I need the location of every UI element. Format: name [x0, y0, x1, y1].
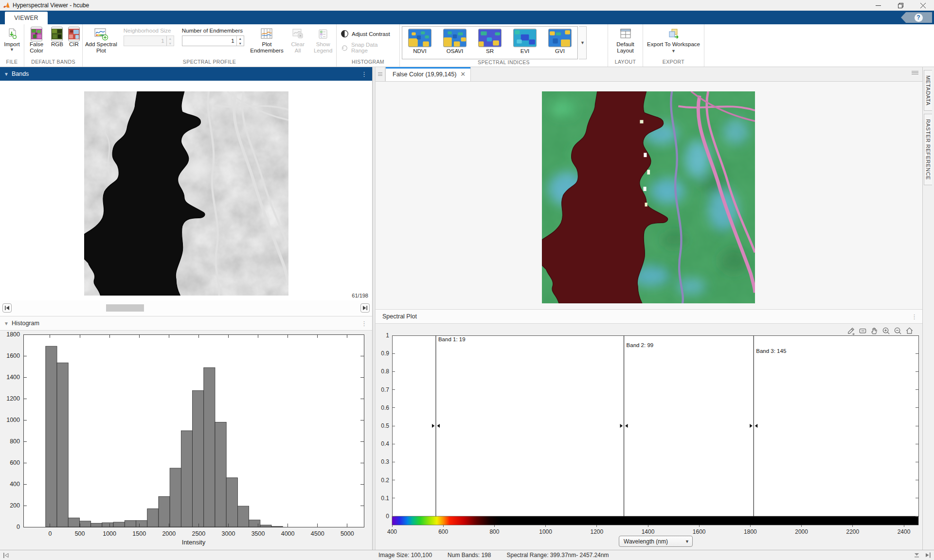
- gvi-button[interactable]: GVI: [542, 27, 577, 59]
- stepper-up-icon[interactable]: ▲: [237, 36, 244, 41]
- endmembers-field[interactable]: 1 ▲▼: [182, 35, 244, 46]
- cir-button[interactable]: CIR: [66, 26, 82, 49]
- endmembers-value[interactable]: 1: [182, 38, 236, 44]
- zoom-in-icon[interactable]: [881, 326, 891, 336]
- ribbon-section-layout: Default Layout LAYOUT: [608, 24, 643, 67]
- tab-raster-reference[interactable]: RASTER REFERENCE: [924, 114, 932, 185]
- export-to-workspace-button[interactable]: Export To Workspace ▼: [643, 26, 704, 55]
- import-button[interactable]: Import ▼: [2, 26, 22, 53]
- home-icon[interactable]: [904, 326, 915, 336]
- collapse-icon[interactable]: ▼: [4, 321, 9, 326]
- grayscale-band-image[interactable]: [84, 91, 288, 296]
- false-color-label: False Color: [27, 41, 46, 54]
- ribbon-section-export: Export To Workspace ▼ EXPORT: [643, 24, 704, 67]
- export-plot-icon[interactable]: [846, 326, 856, 336]
- status-num-bands: Num Bands: 198: [448, 552, 491, 559]
- rgb-button[interactable]: RGB: [49, 26, 65, 49]
- svg-text:1000: 1000: [6, 417, 20, 423]
- section-label-export: EXPORT: [643, 59, 704, 67]
- datatip-icon[interactable]: [858, 326, 868, 336]
- tab-overflow-icon[interactable]: [912, 71, 918, 74]
- add-spectral-plot-button[interactable]: Add Spectral Plot: [83, 26, 120, 55]
- svg-text:0: 0: [48, 530, 52, 537]
- ribbon-section-default-bands: False Color RGB CIR DEFAULT BANDS: [24, 24, 83, 67]
- svg-text:0.4: 0.4: [381, 440, 389, 447]
- panel-menu-icon[interactable]: ⋮: [911, 313, 917, 320]
- plot-endmembers-button[interactable]: Plot Endmembers: [248, 26, 286, 55]
- tab-viewer[interactable]: VIEWER: [5, 12, 48, 24]
- svg-text:0.8: 0.8: [381, 368, 389, 375]
- evi-button[interactable]: EVI: [507, 27, 542, 59]
- image-document-panel: False Color (19,99,145) ✕: [375, 67, 922, 550]
- svg-text:1000: 1000: [103, 530, 116, 537]
- default-layout-icon: [619, 27, 632, 41]
- ndvi-button[interactable]: NDVI: [402, 27, 437, 59]
- tab-metadata[interactable]: METADATA: [924, 70, 932, 111]
- collapse-icon[interactable]: ▼: [4, 71, 9, 77]
- tab-label: False Color (19,99,145): [393, 71, 456, 78]
- stepper-up-icon: ▲: [167, 36, 174, 41]
- false-color-image[interactable]: [542, 91, 755, 303]
- restore-button[interactable]: [889, 0, 912, 11]
- wavelength-dropdown[interactable]: Wavelength (nm) ▼: [619, 536, 693, 547]
- zoom-out-icon[interactable]: [893, 326, 903, 336]
- titlebar: Hyperspectral Viewer - hcube: [0, 0, 934, 11]
- default-layout-button[interactable]: Default Layout: [608, 26, 643, 55]
- panel-menu-icon[interactable]: ⋮: [361, 70, 367, 78]
- collapse-down-icon[interactable]: [914, 552, 920, 559]
- neighborhood-size-field: 1 ▲▼: [124, 35, 174, 46]
- main-area: ▼ Bands ⋮: [0, 67, 934, 550]
- plot-endmembers-icon: [260, 27, 273, 41]
- minimize-button[interactable]: [867, 0, 889, 11]
- tab-false-color[interactable]: False Color (19,99,145) ✕: [385, 67, 471, 81]
- svg-text:800: 800: [10, 438, 20, 445]
- pan-icon[interactable]: [869, 326, 880, 336]
- histogram-chart: 0500100015002000250030003500400045005000…: [0, 331, 372, 550]
- status-image-size: Image Size: 100,100: [378, 552, 432, 559]
- osavi-button[interactable]: OSAVI: [437, 27, 472, 59]
- svg-text:0.3: 0.3: [381, 458, 389, 465]
- section-label-spectral-profile: SPECTRAL PROFILE: [83, 59, 336, 67]
- svg-text:0.1: 0.1: [381, 495, 389, 502]
- help-button[interactable]: ?: [901, 12, 932, 23]
- ndvi-label: NDVI: [413, 48, 426, 54]
- osavi-label: OSAVI: [447, 48, 463, 54]
- close-button[interactable]: [912, 0, 934, 11]
- panel-menu-icon[interactable]: ⋮: [361, 320, 367, 327]
- chevron-down-icon: ▼: [671, 49, 676, 53]
- tab-grip-icon[interactable]: [376, 67, 385, 81]
- tab-close-icon[interactable]: ✕: [460, 70, 466, 78]
- chevron-down-icon: ▼: [10, 48, 14, 52]
- clear-all-button[interactable]: Clear All: [286, 26, 310, 55]
- show-legend-button[interactable]: Show Legend: [310, 26, 336, 55]
- false-color-button[interactable]: False Color: [25, 26, 48, 55]
- svg-text:1400: 1400: [642, 528, 655, 535]
- svg-text:2000: 2000: [795, 528, 808, 535]
- histogram-chart-area: 0500100015002000250030003500400045005000…: [0, 331, 372, 550]
- wavelength-dropdown-value: Wavelength (nm): [624, 538, 668, 545]
- svg-text:2000: 2000: [162, 530, 176, 537]
- gallery-expand-button[interactable]: ▼: [579, 26, 587, 59]
- chevron-down-icon: ▼: [685, 539, 689, 544]
- snap-data-range-button[interactable]: Snap Data Range: [341, 42, 395, 53]
- band-slider-thumb[interactable]: [106, 304, 144, 312]
- spectral-indices-gallery: NDVI OSAVI SR EVI: [402, 26, 578, 59]
- endmembers-stepper[interactable]: ▲▼: [236, 36, 244, 46]
- svg-text:1800: 1800: [744, 528, 757, 535]
- adjust-contrast-toggle[interactable]: Adjust Contrast: [341, 30, 395, 38]
- sr-label: SR: [486, 48, 494, 54]
- cir-label: CIR: [69, 41, 79, 48]
- first-band-button[interactable]: [2, 303, 12, 313]
- ndvi-thumbnail-icon: [408, 29, 431, 47]
- svg-text:600: 600: [10, 459, 20, 466]
- show-legend-icon: [317, 27, 329, 41]
- dock-right-icon[interactable]: [925, 552, 931, 559]
- stepper-down-icon[interactable]: ▼: [237, 41, 244, 46]
- svg-text:0.5: 0.5: [381, 422, 389, 429]
- dock-left-icon[interactable]: [3, 552, 9, 559]
- ribbon-section-spectral-indices: NDVI OSAVI SR EVI: [400, 24, 608, 67]
- svg-text:4000: 4000: [281, 530, 295, 537]
- cir-thumbnail-icon: [68, 27, 80, 41]
- sr-button[interactable]: SR: [472, 27, 507, 59]
- last-band-button[interactable]: [360, 303, 370, 313]
